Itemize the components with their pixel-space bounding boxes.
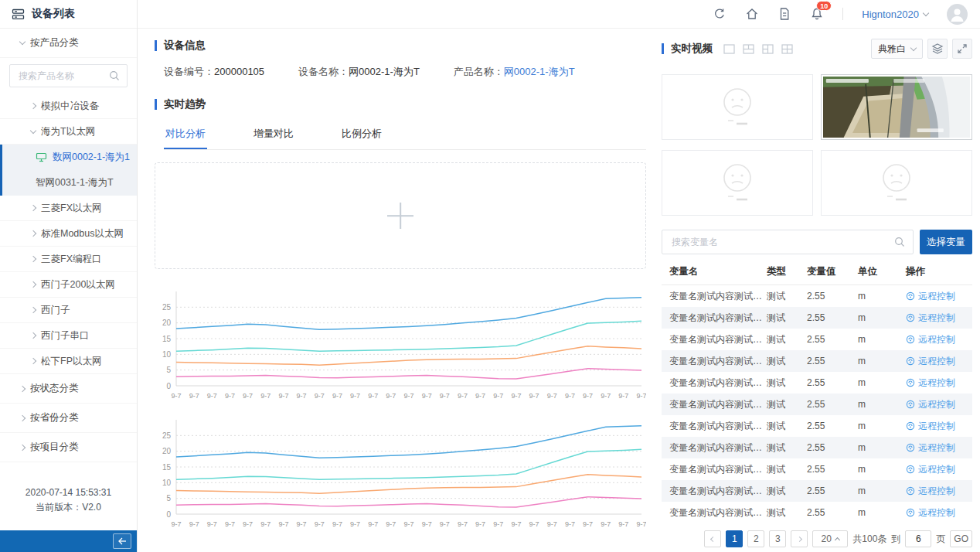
fullscreen-button[interactable] <box>952 39 972 59</box>
layout-grid-icon[interactable] <box>781 44 793 54</box>
tree-item[interactable]: 三菱FX以太网 <box>0 196 137 221</box>
product-search-input[interactable] <box>17 70 104 82</box>
tree-item[interactable]: 标准Modbus以太网 <box>0 221 137 247</box>
svg-text:9-7: 9-7 <box>243 520 253 528</box>
remote-control-link[interactable]: 远程控制 <box>906 312 955 325</box>
variable-type-cell: 测试 <box>767 463 807 476</box>
remote-control-link[interactable]: 远程控制 <box>906 441 955 455</box>
svg-text:9-7: 9-7 <box>386 520 396 528</box>
tree-item[interactable]: 按省份分类 <box>0 404 137 433</box>
video-tile-empty[interactable] <box>662 74 813 140</box>
remote-control-icon <box>906 465 915 474</box>
tree-item[interactable]: 西门子200以太网 <box>0 272 137 298</box>
svg-text:10: 10 <box>162 350 172 359</box>
layers-button[interactable] <box>927 39 948 59</box>
tree-item[interactable]: 三菱FX编程口 <box>0 247 137 272</box>
svg-text:9-7: 9-7 <box>260 392 271 400</box>
next-page-button[interactable] <box>791 530 808 547</box>
tree-item[interactable]: 智网0031-1-海为T <box>0 170 137 196</box>
tree-item[interactable]: 数网0002-1-海为1 <box>0 145 137 170</box>
svg-text:9-7: 9-7 <box>618 520 628 528</box>
layout-two-pane-icon[interactable] <box>743 44 754 54</box>
tree-item[interactable]: 海为T以太网 <box>0 119 137 145</box>
page-button-3[interactable]: 3 <box>769 530 786 547</box>
video-tile-playing[interactable] <box>821 74 972 140</box>
tree-item[interactable]: 按项目分类 <box>0 433 137 462</box>
remote-control-link[interactable]: 远程控制 <box>906 290 955 303</box>
variable-unit-cell: m <box>858 421 906 431</box>
remote-control-link[interactable]: 远程控制 <box>906 420 955 433</box>
tree-item-label: 三菱FX以太网 <box>41 202 101 215</box>
variable-name-cell: 变量名测试内容测试内容 <box>662 398 767 411</box>
remote-control-link[interactable]: 远程控制 <box>906 506 955 520</box>
tree-item[interactable]: 松下FP以太网 <box>0 349 137 374</box>
svg-text:9-7: 9-7 <box>315 392 325 400</box>
variable-search-input[interactable] <box>670 236 890 248</box>
variable-action-cell: 远程控制 <box>906 312 972 325</box>
chevron-right-icon <box>797 536 802 541</box>
variable-name-cell: 变量名测试内容测试内容 <box>662 463 767 476</box>
user-menu[interactable]: Hignton2020 <box>862 9 928 20</box>
video-tile-empty[interactable] <box>662 150 813 216</box>
remote-control-link[interactable]: 远程控制 <box>906 398 955 411</box>
variable-type-cell: 测试 <box>767 290 807 303</box>
svg-text:9-7: 9-7 <box>511 520 521 528</box>
avatar[interactable] <box>947 4 968 25</box>
series-blue <box>176 426 641 458</box>
product-name-link[interactable]: 网0002-1-海为T <box>504 66 575 77</box>
video-tile-empty[interactable] <box>821 150 972 216</box>
remote-control-icon <box>906 443 915 452</box>
select-variable-button[interactable]: 选择变量 <box>920 230 972 254</box>
remote-control-link[interactable]: 远程控制 <box>906 485 955 498</box>
variable-type-cell: 测试 <box>767 441 807 455</box>
tree-item[interactable]: 西门子串口 <box>0 323 137 349</box>
no-video-placeholder-icon <box>713 85 762 130</box>
variable-type-cell: 测试 <box>767 377 807 390</box>
go-button[interactable]: GO <box>950 530 972 547</box>
remote-control-label: 远程控制 <box>918 377 955 390</box>
page-button-2[interactable]: 2 <box>747 530 764 547</box>
tree-item[interactable]: 西门子 <box>0 298 137 323</box>
variable-action-cell: 远程控制 <box>906 506 972 520</box>
chevron-down-icon <box>19 39 26 45</box>
search-icon[interactable] <box>894 237 905 247</box>
remote-control-icon <box>906 313 915 322</box>
theme-select[interactable]: 典雅白 <box>871 39 923 59</box>
layout-single-icon[interactable] <box>723 44 735 54</box>
page-size-select[interactable]: 20 <box>812 530 848 547</box>
no-video-placeholder-icon <box>713 161 762 206</box>
notification-wrapper[interactable]: 10 <box>810 7 824 21</box>
layout-three-pane-icon[interactable] <box>762 44 774 54</box>
device-list-title: 设备列表 <box>32 7 75 21</box>
sidebar-collapse-button[interactable] <box>113 533 131 549</box>
variable-type-cell: 测试 <box>767 398 807 411</box>
prev-page-button[interactable] <box>704 530 721 547</box>
tree-item[interactable]: 按状态分类 <box>0 374 137 404</box>
variable-type-cell: 测试 <box>767 312 807 325</box>
tab-1[interactable]: 对比分析 <box>164 122 207 149</box>
page-button-1[interactable]: 1 <box>726 530 743 547</box>
document-icon[interactable] <box>778 7 791 21</box>
tree-item[interactable]: 按产品分类 <box>0 29 137 58</box>
section-accent-bar <box>662 43 664 54</box>
tree-item-label: 数网0002-1-海为1 <box>53 151 130 164</box>
variable-type-cell: 测试 <box>767 420 807 433</box>
remote-control-link[interactable]: 远程控制 <box>906 463 955 476</box>
search-icon[interactable] <box>109 70 120 81</box>
tab-2[interactable]: 增量对比 <box>252 122 295 149</box>
variable-name-cell: 变量名测试内容测试内容 <box>662 506 767 520</box>
remote-control-link[interactable]: 远程控制 <box>906 377 955 390</box>
refresh-icon[interactable] <box>713 7 726 21</box>
variable-value-cell: 2.55 <box>807 291 858 302</box>
tab-3[interactable]: 比例分析 <box>340 122 383 149</box>
remote-control-link[interactable]: 远程控制 <box>906 333 955 346</box>
home-icon[interactable] <box>745 7 759 21</box>
add-variable-dropzone[interactable] <box>155 162 646 269</box>
svg-text:5: 5 <box>166 494 171 503</box>
chevron-down-icon <box>923 10 929 16</box>
app-root: 设备列表 按产品分类模拟中冶设备海为T以太网数网0002-1-海为1智网0031… <box>0 0 980 552</box>
jump-page-input[interactable] <box>905 530 931 547</box>
remote-control-link[interactable]: 远程控制 <box>906 355 955 368</box>
svg-text:9-7: 9-7 <box>260 520 271 528</box>
tree-item[interactable]: 模拟中冶设备 <box>0 94 137 119</box>
